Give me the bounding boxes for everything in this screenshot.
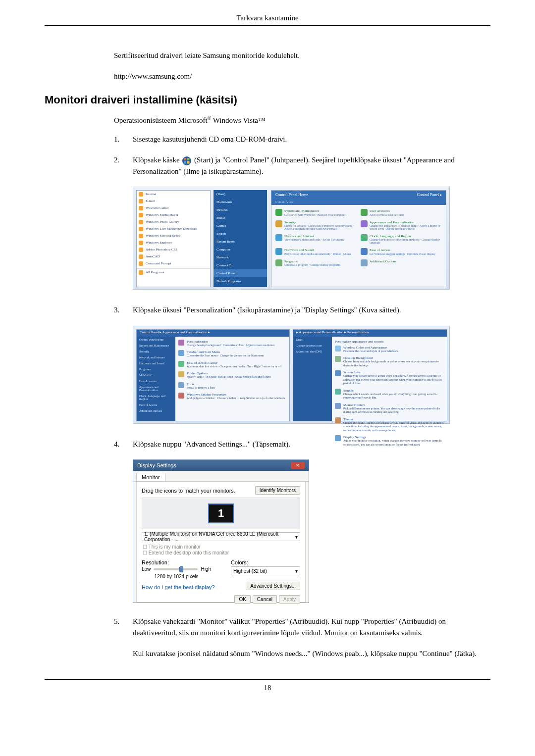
control-panel-item[interactable]: Security Check for updates · Check this … [273, 219, 359, 231]
category-row[interactable]: Taskbar and Start Menu Customize the Sta… [178, 350, 286, 358]
control-panel-item[interactable]: Additional Options [359, 258, 444, 267]
extend-desktop-checkbox[interactable]: Extend the desktop onto this monitor [142, 550, 300, 555]
item-subtitle: Uninstall a program · Change startup pro… [284, 263, 340, 266]
sidebar-item[interactable]: Clock, Language, and Region [137, 393, 175, 402]
list-item[interactable]: Recent Items [214, 238, 267, 246]
sidebar-item[interactable]: Tasks [293, 337, 332, 343]
classic-view[interactable]: Classic View [271, 199, 446, 205]
sidebar-item[interactable]: Appearance and Personalization [137, 384, 175, 393]
sidebar-item[interactable]: Change desktop icons [293, 343, 332, 349]
resolution-label: Resolution: [142, 559, 211, 565]
list-item[interactable]: Windows Meeting Space [137, 232, 210, 239]
figure-2-wrap: Control Panel ▸ Appearance and Personali… [133, 326, 490, 426]
close-icon[interactable]: ✕ [291, 462, 305, 469]
item-subtitle: View network status and tasks · Set up f… [284, 238, 344, 241]
tab-monitor[interactable]: Monitor [136, 473, 165, 481]
step-1-num: 1. [114, 134, 133, 145]
sidebar-item[interactable]: Programs [137, 366, 175, 372]
list-item[interactable]: Windows Live Messenger Download [137, 225, 210, 232]
list-item[interactable]: Command Prompt [137, 260, 210, 267]
list-item[interactable]: Help and Support [214, 285, 267, 293]
list-item[interactable]: Internet [137, 191, 210, 198]
item-title: Programs [284, 259, 340, 263]
sidebar-item[interactable]: Additional Options [137, 408, 175, 414]
ok-button[interactable]: OK [234, 595, 250, 604]
row-subtitle: Choose from available backgrounds or col… [343, 360, 444, 367]
main-monitor-checkbox[interactable]: This is my main monitor [142, 544, 300, 550]
list-item[interactable]: Network [214, 253, 267, 261]
list-item[interactable]: Documents [214, 198, 267, 206]
sidebar-item[interactable]: Adjust font size (DPI) [293, 349, 332, 354]
window-title: Display Settings [137, 462, 176, 468]
control-panel-item[interactable]: Programs Uninstall a program · Change st… [273, 258, 359, 267]
monitor-1-icon[interactable]: 1 [208, 504, 234, 523]
setting-row[interactable]: Display Settings Adjust your monitor res… [335, 435, 444, 447]
row-subtitle: Adjust your monitor resolution, which ch… [343, 439, 444, 447]
control-panel-item[interactable]: Clock, Language, and Region Change keybo… [359, 233, 444, 245]
category-row[interactable]: Personalization Change desktop backgroun… [178, 340, 286, 348]
category-icon [361, 259, 368, 266]
setting-row[interactable]: Window Color and Appearance Fine tune th… [335, 346, 444, 353]
control-panel-item[interactable]: Appearance and Personalization Change th… [359, 219, 444, 231]
sidebar-item[interactable]: Hardware and Sound [137, 360, 175, 366]
all-programs[interactable]: All Programs [137, 268, 210, 276]
sidebar-item[interactable]: Mobile PC [137, 372, 175, 378]
category-row[interactable]: Windows Sidebar Properties Add gadgets t… [178, 393, 286, 401]
category-row[interactable]: Ease of Access Center Accommodate low vi… [178, 361, 286, 369]
monitor-preview[interactable]: 1 [142, 498, 300, 529]
control-panel-item[interactable]: Hardware and Sound Play CDs or other med… [273, 247, 359, 256]
control-panel-item[interactable]: System and Maintenance Get started with … [273, 208, 359, 217]
setting-icon [335, 417, 341, 423]
sidebar-item[interactable]: System and Maintenance [137, 343, 175, 349]
list-item[interactable]: Windows Media Player [137, 211, 210, 218]
colors-value: Highest (32 bit) [233, 568, 267, 574]
category-row[interactable]: Fonts Install or remove a font [178, 382, 286, 390]
intro-text: Sertifitseeritud draiveri leiate Samsung… [114, 50, 490, 61]
list-item[interactable]: Windows Explorer [137, 239, 210, 246]
slider-thumb[interactable] [179, 566, 183, 572]
identify-monitors-button[interactable]: Identify Monitors [255, 486, 300, 495]
list-item[interactable]: Welcome Center [137, 204, 210, 211]
list-item[interactable]: E-mail [137, 198, 210, 204]
step-2: 2. Klõpsake käske (Start) ja "Control Pa… [114, 154, 490, 177]
control-panel-item[interactable]: Network and Internet View network status… [273, 233, 359, 245]
help-link[interactable]: How do I get the best display? [142, 584, 214, 590]
cancel-button[interactable]: Cancel [253, 595, 277, 604]
list-item[interactable]: Windows Photo Gallery [137, 218, 210, 225]
svg-rect-1 [184, 158, 186, 160]
cp-home[interactable]: Control Panel Home [275, 193, 308, 197]
list-item[interactable]: AutoCAD [137, 253, 210, 260]
list-item[interactable]: Adobe Photoshop CS3 [137, 246, 210, 253]
sidebar-item[interactable]: User Accounts [137, 378, 175, 384]
list-item[interactable]: Computer [214, 246, 267, 253]
colors-dropdown[interactable]: Highest (32 bit) ▾ [231, 566, 300, 575]
list-item[interactable]: (User) [214, 190, 267, 198]
category-row[interactable]: Folder Options Specify single- or double… [178, 371, 286, 379]
sidebar-item[interactable]: Control Panel Home [137, 337, 175, 343]
setting-row[interactable]: Mouse Pointers Pick a different mouse po… [335, 403, 444, 414]
setting-row[interactable]: Desktop Background Choose from available… [335, 356, 444, 367]
row-title: Windows Sidebar Properties [187, 393, 285, 397]
advanced-settings-button[interactable]: Advanced Settings... [246, 582, 300, 590]
list-item[interactable]: Search [214, 230, 267, 238]
setting-row[interactable]: Screen Saver Change your screen saver or… [335, 370, 444, 386]
setting-row[interactable]: Sounds Change which sounds are heard whe… [335, 389, 444, 400]
category-icon [178, 350, 184, 356]
setting-row[interactable]: Theme Change the theme. Themes can chang… [335, 417, 444, 433]
step-3-num: 3. [114, 304, 133, 316]
monitor-selector[interactable]: 1. (Multiple Monitors) on NVIDIA GeForce… [142, 532, 300, 541]
resolution-slider[interactable]: Low High [142, 566, 211, 572]
sidebar-item[interactable]: Ease of Access [137, 402, 175, 408]
row-title: Personalization [187, 340, 274, 344]
list-item[interactable]: Default Programs [214, 277, 267, 285]
list-item[interactable]: Pictures [214, 206, 267, 214]
sidebar-item[interactable]: Network and Internet [137, 354, 175, 360]
control-panel-item[interactable]: Ease of Access Let Windows suggest setti… [359, 247, 444, 256]
control-panel-item[interactable]: Control Panel [214, 269, 267, 277]
list-item[interactable]: Games [214, 222, 267, 230]
sidebar-item[interactable]: Security [137, 349, 175, 354]
slider-low: Low [142, 566, 151, 572]
list-item[interactable]: Connect To [214, 261, 267, 269]
list-item[interactable]: Music [214, 214, 267, 222]
control-panel-item[interactable]: User Accounts Add or remove user account… [359, 208, 444, 217]
